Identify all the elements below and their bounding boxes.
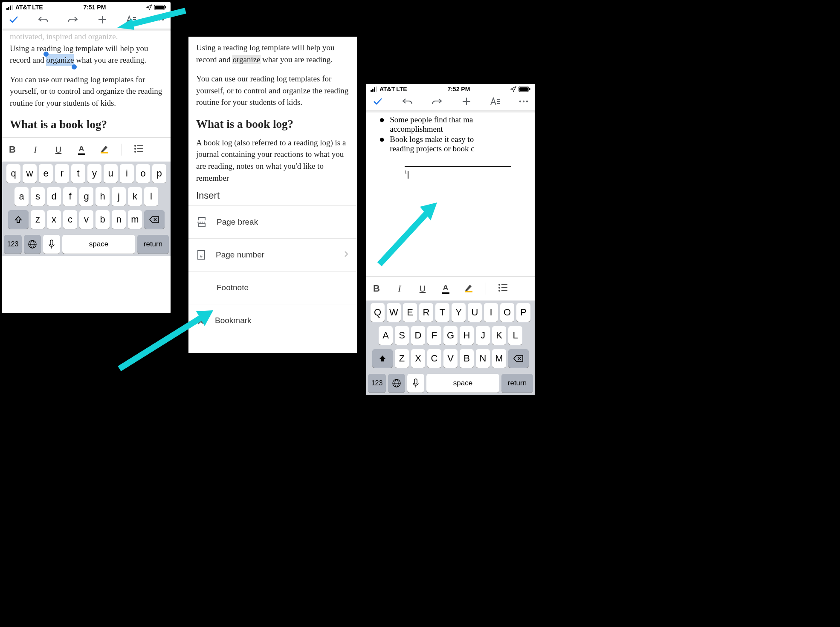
key-u[interactable]: u [104, 164, 118, 183]
mic-key[interactable] [43, 235, 60, 254]
backspace-key[interactable] [508, 349, 529, 368]
key-e[interactable]: e [39, 164, 53, 183]
insert-page-number[interactable]: # Page number [188, 238, 357, 271]
document-body[interactable]: motivated, inspired and organize. Using … [2, 31, 171, 133]
shift-key[interactable] [372, 349, 393, 368]
key-i[interactable]: I [484, 303, 498, 322]
redo-button[interactable] [431, 97, 443, 106]
more-button[interactable] [518, 100, 529, 103]
text-format-button[interactable] [125, 15, 136, 24]
key-s[interactable]: S [395, 326, 409, 345]
insert-page-break[interactable]: Page break [188, 205, 357, 238]
key-w[interactable]: w [23, 164, 37, 183]
insert-button[interactable] [97, 14, 107, 25]
backspace-key[interactable] [144, 210, 165, 229]
keyboard[interactable]: qwertyuiop asdfghjkl zxcvbnm 123 space r… [2, 162, 171, 256]
key-f[interactable]: F [427, 326, 441, 345]
key-d[interactable]: d [47, 187, 61, 206]
key-p[interactable]: P [516, 303, 530, 322]
number-key[interactable]: 123 [4, 235, 22, 254]
return-key[interactable]: return [137, 235, 169, 254]
text-format-button[interactable] [490, 97, 501, 106]
list-button[interactable] [133, 144, 145, 155]
key-p[interactable]: p [152, 164, 166, 183]
key-e[interactable]: E [403, 303, 417, 322]
key-o[interactable]: O [500, 303, 514, 322]
key-o[interactable]: o [136, 164, 150, 183]
key-u[interactable]: U [468, 303, 482, 322]
key-x[interactable]: x [47, 210, 61, 229]
key-j[interactable]: j [112, 187, 126, 206]
done-button[interactable] [8, 14, 19, 25]
key-r[interactable]: R [419, 303, 433, 322]
key-m[interactable]: M [492, 349, 506, 368]
key-t[interactable]: T [435, 303, 449, 322]
bold-button[interactable]: B [371, 283, 382, 294]
key-c[interactable]: C [427, 349, 441, 368]
highlight-button[interactable] [98, 144, 110, 155]
key-w[interactable]: W [387, 303, 401, 322]
key-m[interactable]: m [128, 210, 142, 229]
document-body[interactable]: Using a reading log template will help y… [188, 37, 357, 184]
key-g[interactable]: g [79, 187, 93, 206]
shift-key[interactable] [8, 210, 29, 229]
key-h[interactable]: H [460, 326, 474, 345]
number-key[interactable]: 123 [368, 374, 386, 393]
key-j[interactable]: J [476, 326, 490, 345]
document-body[interactable]: ●Some people find that maaccomplishment … [366, 113, 535, 179]
undo-button[interactable] [37, 15, 49, 24]
mic-key[interactable] [407, 374, 424, 393]
text-color-button[interactable]: A [75, 144, 87, 155]
text-color-button[interactable]: A [440, 283, 452, 294]
globe-key[interactable] [24, 235, 41, 254]
key-l[interactable]: l [144, 187, 158, 206]
highlight-button[interactable] [463, 283, 475, 294]
key-k[interactable]: k [128, 187, 142, 206]
list-button[interactable] [497, 283, 509, 294]
key-g[interactable]: G [443, 326, 458, 345]
more-button[interactable] [154, 18, 165, 21]
key-x[interactable]: X [411, 349, 425, 368]
underline-button[interactable]: U [52, 145, 64, 155]
italic-button[interactable]: I [29, 144, 41, 155]
key-v[interactable]: v [79, 210, 93, 229]
key-v[interactable]: V [443, 349, 458, 368]
return-key[interactable]: return [501, 374, 533, 393]
key-q[interactable]: Q [371, 303, 385, 322]
bold-button[interactable]: B [6, 144, 18, 155]
undo-button[interactable] [401, 97, 413, 106]
globe-key[interactable] [388, 374, 405, 393]
redo-button[interactable] [67, 15, 79, 24]
key-l[interactable]: L [508, 326, 522, 345]
key-k[interactable]: K [492, 326, 506, 345]
key-h[interactable]: h [96, 187, 110, 206]
key-f[interactable]: f [63, 187, 77, 206]
key-a[interactable]: A [379, 326, 393, 345]
key-b[interactable]: b [96, 210, 110, 229]
insert-button[interactable] [461, 96, 472, 107]
key-s[interactable]: s [31, 187, 45, 206]
italic-button[interactable]: I [394, 283, 406, 294]
key-y[interactable]: Y [452, 303, 466, 322]
key-c[interactable]: c [63, 210, 77, 229]
key-t[interactable]: t [71, 164, 85, 183]
key-a[interactable]: a [14, 187, 29, 206]
text-selection[interactable]: organize [46, 54, 74, 66]
insert-bookmark[interactable]: Bookmark [188, 304, 357, 337]
key-r[interactable]: r [55, 164, 69, 183]
key-n[interactable]: n [112, 210, 126, 229]
key-z[interactable]: Z [395, 349, 409, 368]
key-y[interactable]: y [87, 164, 101, 183]
key-z[interactable]: z [31, 210, 45, 229]
key-d[interactable]: D [411, 326, 425, 345]
key-n[interactable]: N [476, 349, 490, 368]
key-q[interactable]: q [6, 164, 20, 183]
keyboard[interactable]: QWERTYUIOP ASDFGHJKL ZXCVBNM 123 space r… [366, 300, 535, 395]
underline-button[interactable]: U [417, 284, 429, 294]
insert-footnote[interactable]: Footnote [188, 271, 357, 304]
space-key[interactable]: space [62, 235, 135, 254]
key-i[interactable]: i [120, 164, 134, 183]
key-b[interactable]: B [460, 349, 474, 368]
done-button[interactable] [372, 96, 383, 107]
space-key[interactable]: space [426, 374, 499, 393]
